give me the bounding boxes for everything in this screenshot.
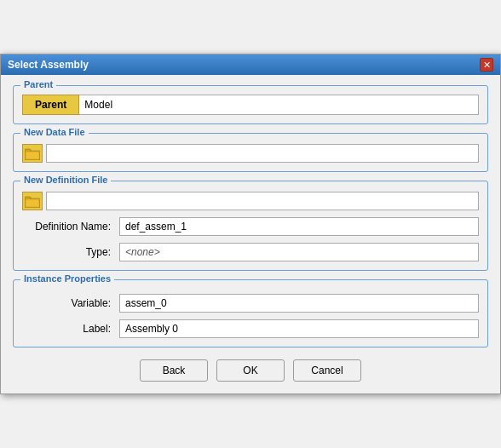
folder-icon-2 — [25, 195, 40, 208]
type-input[interactable] — [119, 243, 479, 261]
variable-label: Variable: — [22, 297, 116, 309]
parent-value: Model — [79, 95, 479, 115]
svg-rect-5 — [26, 199, 39, 207]
window-title: Select Assembly — [8, 59, 89, 71]
variable-input[interactable] — [119, 294, 479, 313]
svg-rect-2 — [26, 152, 39, 159]
new-data-file-label: New Data File — [20, 127, 89, 137]
label-label: Label: — [22, 323, 116, 335]
new-data-file-icon[interactable] — [22, 144, 43, 163]
instance-properties-label: Instance Properties — [20, 273, 114, 284]
definition-name-label: Definition Name: — [22, 221, 116, 233]
new-definition-file-group: New Definition File Definition Name: Typ… — [13, 181, 488, 271]
new-data-file-group: New Data File — [13, 133, 488, 172]
parent-group-label: Parent — [20, 79, 56, 89]
close-button[interactable]: ✕ — [480, 58, 493, 72]
parent-row: Parent Model — [22, 95, 479, 115]
new-definition-file-icon[interactable] — [22, 192, 43, 210]
type-label: Type: — [22, 246, 116, 258]
definition-name-input[interactable] — [119, 217, 479, 236]
folder-icon — [25, 147, 40, 160]
window-body: Parent Parent Model New Data File — [1, 75, 500, 393]
parent-button[interactable]: Parent — [22, 95, 79, 115]
button-row: Back OK Cancel — [13, 359, 488, 382]
ok-button[interactable]: OK — [216, 359, 285, 382]
instance-properties-group: Instance Properties Variable: Label: — [13, 279, 488, 347]
cancel-button[interactable]: Cancel — [293, 359, 361, 382]
variable-row: Variable: — [22, 294, 479, 313]
new-definition-file-label: New Definition File — [20, 175, 111, 185]
label-row: Label: — [22, 319, 479, 338]
type-row: Type: — [22, 243, 479, 261]
label-input[interactable] — [119, 319, 479, 338]
back-button[interactable]: Back — [140, 359, 208, 382]
select-assembly-window: Select Assembly ✕ Parent Parent Model Ne… — [0, 54, 501, 394]
new-data-file-input[interactable] — [46, 144, 479, 163]
new-data-file-row — [22, 144, 479, 163]
parent-group: Parent Parent Model — [13, 85, 488, 124]
new-definition-file-input[interactable] — [46, 192, 479, 210]
definition-name-row: Definition Name: — [22, 217, 479, 236]
title-bar: Select Assembly ✕ — [1, 55, 500, 75]
new-definition-file-row — [22, 192, 479, 210]
